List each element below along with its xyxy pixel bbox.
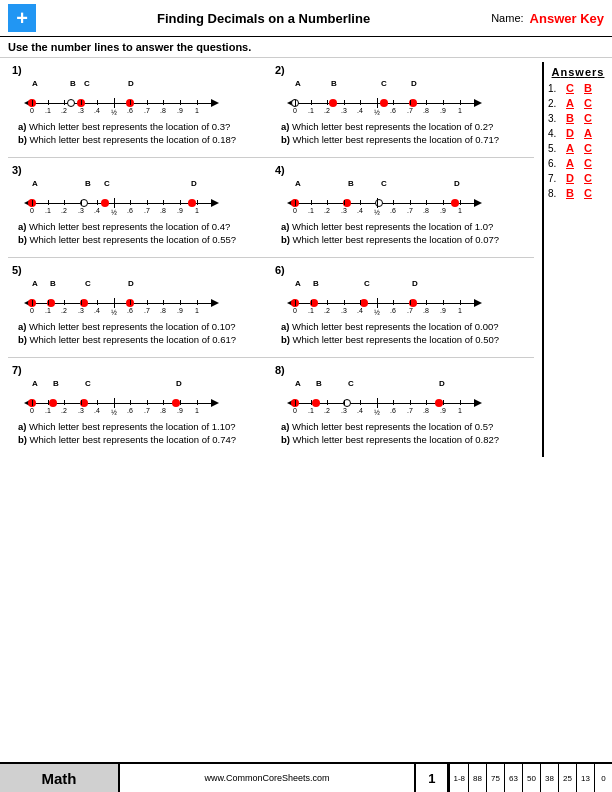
answer-num-1: 1. xyxy=(548,83,560,94)
answer-num-5: 5. xyxy=(548,143,560,154)
problem-8-num: 8) xyxy=(275,364,285,376)
answer-row-6: 6. A C xyxy=(548,157,608,169)
problem-pair-4: 7) A B C D xyxy=(8,362,534,449)
nl1-label-1: .1 xyxy=(45,107,51,114)
stat-75: 75 xyxy=(486,764,504,792)
nl7-line: 0 .1 .2 .3 .4 ½ .6 .7 xyxy=(24,389,219,417)
answer-3b: C xyxy=(580,112,596,124)
nl1-label-4: .4 xyxy=(94,107,100,114)
nl1-label-9: .9 xyxy=(177,107,183,114)
nl2-letter-d: D xyxy=(411,79,417,88)
header: Finding Decimals on a Numberline Name: A… xyxy=(0,0,612,37)
problem-8: 8) A B C D xyxy=(271,362,534,449)
nl6-line: 0 .1 .2 .3 .4 ½ .6 .7 xyxy=(287,289,482,317)
answer-key-badge: Answer Key xyxy=(530,11,604,26)
nl1-label-0: 0 xyxy=(30,107,34,114)
header-name-area: Name: Answer Key xyxy=(491,11,604,26)
answer-row-1: 1. C B xyxy=(548,82,608,94)
nl2-letter-c: C xyxy=(381,79,387,88)
stat-13: 13 xyxy=(576,764,594,792)
divider-3 xyxy=(8,357,534,358)
footer-url: www.CommonCoreSheets.com xyxy=(120,773,414,783)
problem-2-num: 2) xyxy=(275,64,285,76)
nl1-arrow-right xyxy=(211,99,219,107)
answer-num-7: 7. xyxy=(548,173,560,184)
stat-38: 38 xyxy=(540,764,558,792)
nl1-letter-d: D xyxy=(128,79,134,88)
answer-num-8: 8. xyxy=(548,188,560,199)
problem-1-qa: a) Which letter best represents the loca… xyxy=(12,121,267,132)
numberline-6: A B C D 0 xyxy=(287,279,530,317)
problem-4: 4) A B C D xyxy=(271,162,534,249)
answer-3a: B xyxy=(562,112,578,124)
stat-25: 25 xyxy=(558,764,576,792)
divider-2 xyxy=(8,257,534,258)
nl2-dot-b xyxy=(329,99,337,107)
problem-8-qb: b) Which letter best represents the loca… xyxy=(275,434,530,445)
problem-7-qb: b) Which letter best represents the loca… xyxy=(12,434,267,445)
problem-5-qb: b) Which letter best represents the loca… xyxy=(12,334,267,345)
answer-6b: C xyxy=(580,157,596,169)
problem-6-qa: a) Which letter best represents the loca… xyxy=(275,321,530,332)
problem-3: 3) A B C D xyxy=(8,162,271,249)
nl1-tick-3 xyxy=(81,100,82,105)
nl1-letter-c: C xyxy=(84,79,90,88)
answer-num-3: 3. xyxy=(548,113,560,124)
nl1-label-2: .2 xyxy=(61,107,67,114)
main-content: 1) A B C D xyxy=(0,58,612,461)
problem-6-qb: b) Which letter best represents the loca… xyxy=(275,334,530,345)
nl1-label-3: .3 xyxy=(78,107,84,114)
nl1-tick-0 xyxy=(32,100,33,106)
numberline-8: A B C D 0 xyxy=(287,379,530,417)
nl1-line-bar xyxy=(32,103,211,104)
nl2-arrow-right xyxy=(474,99,482,107)
nl2-dot-c xyxy=(380,99,388,107)
nl1-tick-10 xyxy=(197,100,198,105)
answer-row-3: 3. B C xyxy=(548,112,608,124)
problem-6-num: 6) xyxy=(275,264,285,276)
nl1-tick-6 xyxy=(130,100,131,105)
numberline-1: A B C D xyxy=(24,79,267,117)
answers-panel: Answers 1. C B 2. A C 3. B C 4. D A 5. A… xyxy=(542,62,612,457)
answer-4b: A xyxy=(580,127,596,139)
page-title: Finding Decimals on a Numberline xyxy=(36,11,491,26)
answer-7b: C xyxy=(580,172,596,184)
nl2-letter-b: B xyxy=(331,79,337,88)
answer-2b: C xyxy=(580,97,596,109)
logo-icon xyxy=(8,4,36,32)
answer-7a: D xyxy=(562,172,578,184)
answers-title: Answers xyxy=(548,66,608,78)
answer-5b: C xyxy=(580,142,596,154)
answer-1a: C xyxy=(562,82,578,94)
problem-5-qa: a) Which letter best represents the loca… xyxy=(12,321,267,332)
divider-1 xyxy=(8,157,534,158)
nl1-label-8: .8 xyxy=(160,107,166,114)
answer-row-2: 2. A C xyxy=(548,97,608,109)
nl1-letter-a: A xyxy=(32,79,38,88)
problem-pair-2: 3) A B C D xyxy=(8,162,534,249)
nl1-tick-half xyxy=(114,98,115,108)
stat-88: 88 xyxy=(468,764,486,792)
nl1-tick-8 xyxy=(163,100,164,105)
nl1-line: 0 .1 .2 .3 .4 ½ .6 xyxy=(24,89,219,117)
nl1-tick-9 xyxy=(180,100,181,105)
instructions: Use the number lines to answer the quest… xyxy=(0,37,612,58)
answer-1b: B xyxy=(580,82,596,94)
answer-num-6: 6. xyxy=(548,158,560,169)
problem-1-qb: b) Which letter best represents the loca… xyxy=(12,134,267,145)
answer-5a: A xyxy=(562,142,578,154)
footer: Math www.CommonCoreSheets.com 1 1-8 88 7… xyxy=(0,762,612,792)
nl1-tick-1 xyxy=(48,100,49,105)
answer-4a: D xyxy=(562,127,578,139)
nl1-label-7: .7 xyxy=(144,107,150,114)
numberline-2: A B C D 0 xyxy=(287,79,530,117)
nl1-label-10: 1 xyxy=(195,107,199,114)
nl1-tick-4 xyxy=(97,100,98,105)
numberline-5: A B C D 0 xyxy=(24,279,267,317)
footer-range: 1-8 xyxy=(449,764,468,792)
nl1-letter-b: B xyxy=(70,79,76,88)
stat-50: 50 xyxy=(522,764,540,792)
footer-math-label: Math xyxy=(0,764,120,792)
answer-num-4: 4. xyxy=(548,128,560,139)
problem-4-num: 4) xyxy=(275,164,285,176)
